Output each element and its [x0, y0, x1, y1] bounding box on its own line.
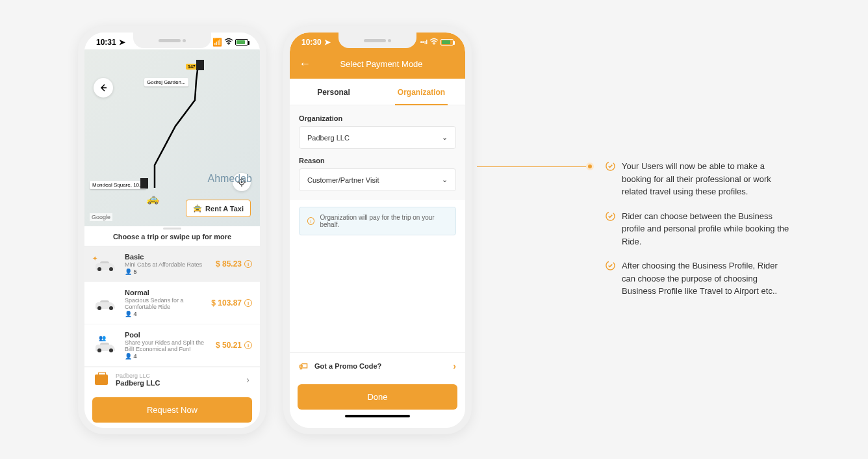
rent-taxi-button[interactable]: 🚖 Rent A Taxi [186, 200, 251, 217]
tab-organization[interactable]: Organization [377, 79, 465, 105]
organization-form: Organization Padberg LLC ⌄ Reason Custom… [290, 105, 465, 200]
feature-annotations: Your Users will now be able to make a bo… [489, 26, 790, 309]
org-mainlabel: Padberg LLC [116, 379, 238, 387]
connector-line [477, 166, 589, 167]
trip-list-header: Choose a trip or swipe up for more [84, 226, 260, 246]
phone-notch [338, 33, 416, 48]
waypoint-label: Godrej Garden... [144, 78, 188, 86]
annotation-item: Your Users will now be able to make a bo… [606, 160, 790, 198]
back-arrow-icon[interactable]: ← [299, 57, 311, 71]
trip-price: $ 50.21i [216, 341, 252, 350]
done-button[interactable]: Done [298, 384, 457, 410]
trip-name: Basic [125, 253, 209, 261]
info-icon[interactable]: i [244, 260, 252, 268]
organization-label: Organization [299, 114, 456, 122]
svg-point-0 [228, 44, 229, 45]
back-button[interactable] [94, 78, 113, 98]
check-icon [606, 261, 615, 270]
info-icon[interactable]: i [244, 299, 252, 307]
trip-capacity: 👤 4 [125, 353, 209, 360]
origin-pin-icon [140, 178, 148, 189]
annotation-text: After choosing the Business Profile, Rid… [622, 259, 790, 298]
promo-code-row[interactable]: 🏷 Got a Promo Code? › [290, 352, 465, 379]
check-icon [606, 161, 615, 171]
home-indicator [345, 415, 410, 417]
map-view[interactable]: 147 Godrej Garden... Mondeal Square, 10.… [84, 49, 260, 226]
annotation-item: Rider can choose between the Business pr… [606, 210, 790, 248]
car-basic-icon: ✦ [92, 256, 118, 272]
organization-value: Padberg LLC [307, 134, 350, 142]
promo-tag-icon: 🏷 [299, 361, 308, 371]
payment-tabs: Personal Organization [290, 79, 465, 105]
phone-payment-screen: 10:30➤ ••ıl ← Select Payment Mode Person… [283, 26, 472, 434]
status-time: 10:30 [301, 38, 322, 47]
trip-name: Normal [125, 289, 205, 296]
trip-option-pool[interactable]: 👥 Pool Share your Rides and Split the Bi… [84, 324, 260, 367]
payment-profile-row[interactable]: Padberg LLC Padberg LLC › [84, 367, 260, 392]
car-pool-icon: 👥 [92, 337, 118, 353]
trip-desc: Mini Cabs at Affordable Rates [125, 261, 209, 268]
org-sublabel: Padberg LLC [116, 373, 238, 379]
trip-price: $ 103.87i [211, 298, 252, 308]
promo-label: Got a Promo Code? [314, 362, 381, 370]
reason-select[interactable]: Customer/Partner Visit ⌄ [299, 168, 456, 191]
car-marker-icon: 🚕 [146, 192, 157, 203]
trip-option-basic[interactable]: ✦ Basic Mini Cabs at Affordable Rates 👤 … [84, 246, 260, 282]
connector-dot [586, 163, 594, 170]
info-message: i Organization will pay for the trip on … [299, 207, 456, 235]
location-arrow-icon: ➤ [119, 38, 125, 47]
google-logo: Google [90, 213, 112, 221]
status-time: 10:31 [96, 38, 116, 47]
origin-label: Mondeal Square, 10... [90, 181, 146, 189]
chevron-right-icon: › [246, 374, 249, 385]
chevron-down-icon: ⌄ [442, 176, 448, 184]
briefcase-icon [95, 374, 108, 385]
chevron-down-icon: ⌄ [442, 133, 448, 142]
trip-name: Pool [125, 331, 209, 339]
trip-desc: Spacious Sedans for a Comfortable Ride [125, 297, 205, 310]
signal-icon: 📶 [212, 38, 222, 47]
trip-desc: Share your Rides and Split the Bill! Eco… [125, 339, 209, 352]
car-normal-icon [92, 295, 118, 311]
signal-icon: ••ıl [420, 39, 428, 46]
wifi-icon [429, 38, 439, 47]
reason-value: Customer/Partner Visit [307, 176, 379, 184]
payment-header: ← Select Payment Mode [290, 49, 465, 79]
svg-point-3 [433, 44, 435, 45]
map-city-label: Ahmedab [208, 173, 253, 185]
tab-personal[interactable]: Personal [290, 79, 377, 105]
taxi-icon: 🚖 [193, 204, 202, 213]
annotation-item: After choosing the Business Profile, Rid… [606, 259, 790, 298]
payment-title: Select Payment Mode [320, 59, 443, 69]
annotation-text: Rider can choose between the Business pr… [622, 210, 790, 248]
request-now-button[interactable]: Request Now [92, 397, 252, 423]
info-icon[interactable]: i [244, 341, 252, 349]
wifi-icon [224, 38, 233, 47]
check-icon [606, 211, 615, 221]
annotation-text: Your Users will now be able to make a bo… [622, 160, 790, 198]
phone-booking-screen: 10:31➤ 📶 147 Godrej Garden... Mondeal Sq… [78, 26, 266, 434]
trip-capacity: 👤 5 [125, 269, 209, 275]
rent-taxi-label: Rent A Taxi [205, 205, 244, 213]
destination-pin-icon [196, 60, 204, 70]
phone-notch [133, 33, 211, 48]
trip-price: $ 85.23i [216, 259, 252, 269]
trip-option-normal[interactable]: Normal Spacious Sedans for a Comfortable… [84, 282, 260, 324]
reason-label: Reason [299, 157, 456, 164]
info-icon: i [307, 217, 314, 225]
location-arrow-icon: ➤ [324, 38, 331, 47]
battery-icon [440, 39, 453, 46]
chevron-right-icon: › [453, 361, 456, 371]
trip-options-list: ✦ Basic Mini Cabs at Affordable Rates 👤 … [84, 246, 260, 367]
organization-select[interactable]: Padberg LLC ⌄ [299, 126, 456, 149]
battery-icon [235, 39, 248, 46]
trip-capacity: 👤 4 [125, 311, 205, 317]
